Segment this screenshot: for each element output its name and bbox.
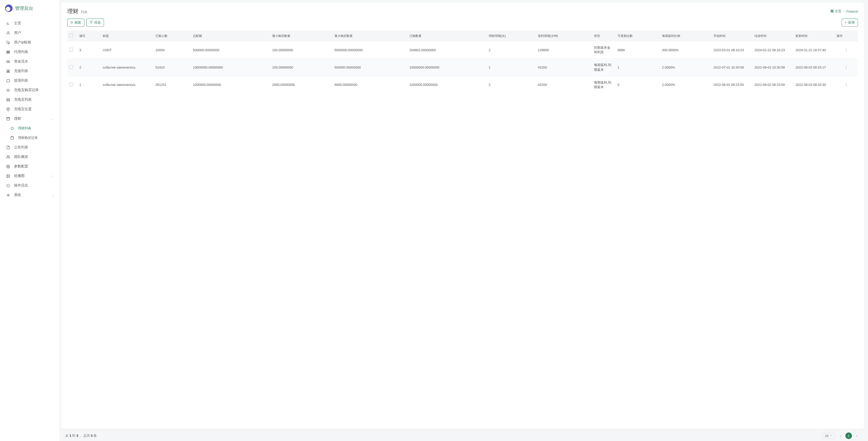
table-container[interactable]: 编号标题已购人数总配额最小购买数量最大购买数量已购数量理财周期(次)返利周期(分… <box>67 31 858 424</box>
sidebar-item-16[interactable]: 轮播图‹ <box>0 171 59 181</box>
column-header[interactable]: 已购数量 <box>407 31 487 41</box>
cell-start: 2023-03-01 08:10:23 <box>712 41 752 59</box>
add-button[interactable]: + 新增 <box>842 19 858 27</box>
nav-label: 资金流水 <box>14 59 53 64</box>
column-header[interactable]: 更新时间 <box>794 31 834 41</box>
refresh-button[interactable]: ⟳ 刷新 <box>67 19 84 27</box>
sidebar-item-14[interactable]: 团队概览 <box>0 152 59 162</box>
sidebar-item-11[interactable]: 理财列表 <box>0 124 59 133</box>
column-header[interactable]: 返利周期(分钟) <box>536 31 592 41</box>
row-actions-menu[interactable]: ⋮ <box>844 65 848 70</box>
svg-point-26 <box>7 175 8 176</box>
list-icon <box>6 50 10 54</box>
brand-text: 管理后台 <box>15 5 33 11</box>
column-header[interactable]: 理财周期(次) <box>487 31 536 41</box>
rows-icon <box>6 88 10 92</box>
column-header[interactable]: 每期返利比例 <box>660 31 712 41</box>
chevron-up-icon: ⌃ <box>830 435 832 437</box>
row-actions-menu[interactable]: ⋮ <box>844 82 848 87</box>
nav-label: 操作日志 <box>14 183 53 188</box>
gear-icon <box>6 193 10 197</box>
filter-button[interactable]: 筛选 <box>86 19 104 27</box>
sidebar-item-9[interactable]: 充电宝位置 <box>0 104 59 114</box>
row-actions-menu[interactable]: ⋮ <box>844 48 848 52</box>
select-all-checkbox[interactable] <box>69 34 73 37</box>
cell-title: событие закончилось <box>101 59 153 76</box>
main: 理财 列表 主页 / Finance ⟳ <box>59 0 868 441</box>
sidebar-item-1[interactable]: 用户 <box>0 28 59 38</box>
cell-rebate-period: 43200 <box>536 76 592 93</box>
svg-rect-6 <box>6 53 9 54</box>
row-checkbox[interactable] <box>69 65 73 69</box>
sidebar-item-3[interactable]: 代理列表 <box>0 47 59 57</box>
column-header[interactable]: 最大购买数量 <box>333 31 408 41</box>
data-table: 编号标题已购人数总配额最小购买数量最大购买数量已购数量理财周期(次)返利周期(分… <box>67 31 858 93</box>
sidebar-item-4[interactable]: 资金流水 <box>0 57 59 66</box>
row-checkbox[interactable] <box>69 82 73 86</box>
breadcrumb-home[interactable]: 主页 <box>830 9 841 13</box>
cell-quota: 1000000.00000000 <box>191 76 270 93</box>
sidebar-item-18[interactable]: 系统‹ <box>0 190 59 200</box>
cell-repeat: 9999 <box>616 41 660 59</box>
cell-quota: 10000000.00000000 <box>191 59 270 76</box>
column-header[interactable]: 可复购次数 <box>616 31 660 41</box>
sidebar-item-6[interactable]: 提现列表 <box>0 76 59 86</box>
column-header[interactable]: 已购人数 <box>153 31 191 41</box>
cell-rebate-period: 43200 <box>536 59 592 76</box>
nav-label: 团队概览 <box>14 155 53 159</box>
page-size-select[interactable]: 20 ⌃ <box>822 433 835 439</box>
brand: 管理后台 <box>0 0 59 16</box>
svg-rect-5 <box>6 52 9 53</box>
sidebar-item-0[interactable]: 主页 <box>0 19 59 28</box>
breadcrumb-current[interactable]: Finance <box>846 9 858 13</box>
toolbar: ⟳ 刷新 筛选 + 新增 <box>67 19 858 27</box>
cell-id: 3 <box>78 41 101 59</box>
column-header[interactable]: 类型 <box>592 31 615 41</box>
pager-page-1[interactable]: 1 <box>845 433 852 439</box>
sidebar-item-12[interactable]: 理财购买记录 <box>0 133 59 142</box>
sidebar-item-8[interactable]: 充电宝列表 <box>0 95 59 104</box>
doc-icon <box>6 145 10 149</box>
column-header[interactable]: 结束时间 <box>752 31 794 41</box>
sidebar-item-2[interactable]: 用户ip检测 <box>0 38 59 47</box>
sidebar-item-13[interactable]: 公告列表 <box>0 142 59 152</box>
cell-min: 2000.00000000 <box>270 76 333 93</box>
nav-label: 公告列表 <box>14 145 53 149</box>
nav-label: 充电宝购买记录 <box>14 88 53 92</box>
cell-bought: 10000000.00000000 <box>407 59 487 76</box>
cell-min: 100.00000000 <box>270 59 333 76</box>
sidebar-item-15[interactable]: 参数配置 <box>0 162 59 171</box>
page-header: 理财 列表 主页 / Finance <box>67 7 858 15</box>
column-header[interactable]: 最小购买数量 <box>270 31 333 41</box>
circle-icon <box>6 183 10 188</box>
sidebar-item-10[interactable]: 理财⌄ <box>0 114 59 124</box>
cell-type: 每期返利,到期返本 <box>592 59 615 76</box>
cell-id: 2 <box>78 59 101 76</box>
cell-end: 2022-08-02 10:30:58 <box>752 59 794 76</box>
row-checkbox[interactable] <box>69 48 73 52</box>
column-header[interactable]: 总配额 <box>191 31 270 41</box>
sidebar-item-5[interactable]: A充值列表 <box>0 66 59 76</box>
pager-next[interactable]: › <box>854 433 860 439</box>
column-header[interactable]: 编号 <box>78 31 101 41</box>
column-header[interactable]: 标题 <box>101 31 153 41</box>
sidebar: 管理后台 主页用户用户ip检测代理列表资金流水A充值列表提现列表充电宝购买记录充… <box>0 0 59 441</box>
nav-label: 充电宝位置 <box>14 107 53 111</box>
sidebar-item-17[interactable]: 操作日志 <box>0 181 59 190</box>
table-row: 1событие закончилось3512511000000.000000… <box>67 76 858 93</box>
column-header[interactable]: 开始时间 <box>712 31 752 41</box>
cell-rebate-period: 129600 <box>536 41 592 59</box>
cell-max: 5000000.00000000 <box>333 41 408 59</box>
cell-end: 2024-02-22 08:10:23 <box>752 41 794 59</box>
nav-label: 理财购买记录 <box>18 136 53 140</box>
page-title: 理财 <box>67 7 79 15</box>
nav-label: 用户ip检测 <box>14 40 53 45</box>
cell-buyers: 10004 <box>153 41 191 59</box>
cell-repeat: 5 <box>616 76 660 93</box>
sidebar-item-7[interactable]: 充电宝购买记录 <box>0 86 59 95</box>
pager-prev[interactable]: ‹ <box>837 433 844 439</box>
svg-rect-19 <box>6 118 9 120</box>
column-header[interactable]: 操作 <box>835 31 858 41</box>
content-card: 理财 列表 主页 / Finance ⟳ <box>61 2 864 429</box>
svg-text:A: A <box>7 70 9 72</box>
